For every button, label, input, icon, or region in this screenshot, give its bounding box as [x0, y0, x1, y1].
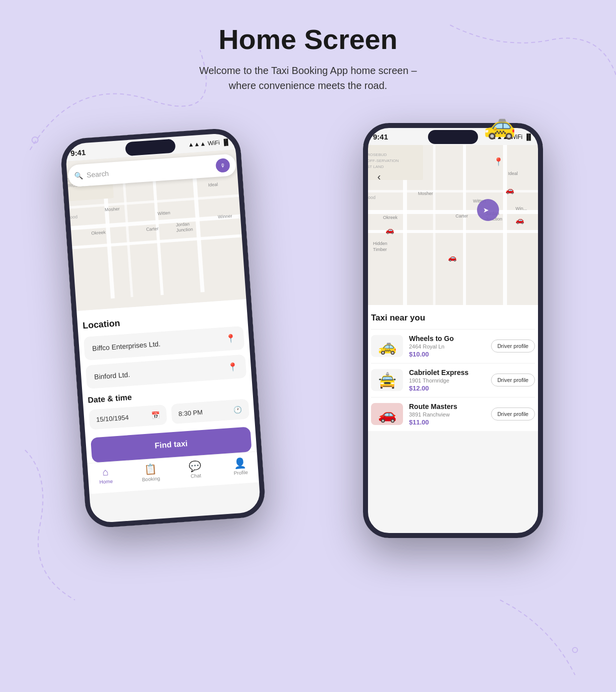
svg-text:🚗: 🚗 [448, 254, 457, 262]
time-value: 8:30 PM [178, 408, 202, 417]
taxi-decoration-emoji: 🚕📍 [484, 110, 516, 170]
taxi-card-1: 🚕 Wheels to Go 2464 Royal Ln $10.00 Driv… [371, 329, 535, 363]
nav-home-label: Home [99, 478, 112, 484]
from-location-icon: 📍 [226, 333, 236, 343]
taxi-name-3: Route Masters [409, 402, 485, 410]
page-subtitle: Welcome to the Taxi Booking App home scr… [0, 63, 616, 93]
date-value: 15/10/1954 [96, 413, 129, 423]
nav-chat-label: Chat [190, 472, 202, 478]
mic-icon: 🎙 [220, 162, 226, 168]
svg-text:Carter: Carter [456, 214, 468, 218]
calendar-icon: 📅 [151, 411, 160, 420]
svg-text:🚗: 🚗 [506, 186, 514, 194]
profile-icon: 👤 [234, 456, 247, 470]
taxi-card-3: 🚗 Route Masters 3891 Ranchview $11.00 Dr… [371, 397, 535, 431]
svg-text:Mosher: Mosher [418, 191, 433, 196]
taxi-price-3: $11.00 [409, 418, 485, 426]
svg-text:Ideal: Ideal [208, 182, 218, 187]
taxi-name-1: Wheels to Go [409, 334, 485, 342]
svg-text:ood: ood [70, 214, 78, 220]
svg-text:Okreek: Okreek [383, 215, 398, 220]
taxi-section-title: Taxi near you [371, 313, 535, 323]
search-placeholder: Search [86, 162, 216, 178]
mic-button[interactable]: 🎙 [216, 158, 230, 173]
svg-text:ST LAND: ST LAND [367, 164, 384, 169]
search-icon: 🔍 [74, 171, 83, 180]
svg-text:Timber: Timber [373, 247, 387, 252]
svg-text:Okreek: Okreek [91, 230, 106, 236]
taxi-info-3: Route Masters 3891 Ranchview $11.00 [409, 402, 485, 426]
nav-booking[interactable]: 📋 Booking [128, 462, 174, 483]
status-time-right: 9:41 [373, 132, 388, 141]
driver-profile-btn-1[interactable]: Driver profile [491, 340, 535, 352]
taxi-address-2: 1901 Thornridge [409, 378, 485, 384]
svg-point-0 [32, 137, 38, 143]
date-time-row: 15/10/1954 📅 8:30 PM 🕐 [88, 398, 250, 430]
status-icons-left: ▲▲▲ WiFi ▐▌ [188, 138, 230, 148]
time-input[interactable]: 8:30 PM 🕐 [171, 398, 250, 424]
svg-point-1 [572, 648, 578, 652]
taxi-address-3: 3891 Ranchview [409, 412, 485, 418]
svg-text:Carter: Carter [146, 226, 159, 232]
dynamic-island-right [428, 130, 478, 144]
to-input[interactable]: Binford Ltd. 📍 [86, 354, 246, 388]
svg-text:Win...: Win... [516, 206, 527, 211]
taxi-card-2: 🚖 Cabriolet Express 1901 Thornridge $12.… [371, 363, 535, 397]
svg-rect-27 [363, 190, 543, 192]
clock-icon: 🕐 [233, 405, 242, 414]
taxi-section: Taxi near you 🚕 Wheels to Go 2464 Royal … [363, 305, 543, 431]
date-input[interactable]: 15/10/1954 📅 [88, 404, 167, 430]
bottom-sheet-left: Location Biffco Enterprises Ltd. 📍 Binfo… [72, 298, 262, 463]
nav-booking-label: Booking [142, 476, 160, 482]
home-icon: ⌂ [102, 466, 109, 478]
from-text: Biffco Enterprises Ltd. [92, 340, 160, 352]
svg-text:🚗: 🚗 [516, 216, 524, 224]
nav-profile-label: Profile [234, 469, 248, 476]
taxi-price-2: $12.00 [409, 384, 485, 392]
svg-text:Ideal: Ideal [508, 171, 518, 176]
taxi-image-3: 🚗 [371, 403, 403, 425]
to-text: Binford Ltd. [94, 370, 130, 380]
svg-text:Winner: Winner [218, 213, 232, 219]
svg-text:🚗: 🚗 [386, 226, 394, 234]
map-left[interactable]: OFF-RESERVATION TRUST LAND Ideal Mosher … [61, 149, 251, 311]
svg-text:ood: ood [368, 195, 376, 200]
svg-rect-8 [122, 167, 133, 297]
svg-rect-25 [463, 145, 466, 305]
svg-text:Witten: Witten [158, 210, 170, 216]
phones-container: 9:41 ▲▲▲ WiFi ▐▌ [58, 113, 558, 563]
taxi-price-1: $10.00 [409, 350, 485, 358]
svg-text:OFF-SERVATION: OFF-SERVATION [367, 158, 399, 163]
svg-text:ROSEBUD: ROSEBUD [367, 152, 387, 157]
svg-text:Hidden: Hidden [373, 241, 388, 246]
left-phone: 9:41 ▲▲▲ WiFi ▐▌ [60, 127, 266, 528]
nav-chat[interactable]: 💬 Chat [172, 458, 218, 480]
page-title: Home Screen [0, 24, 616, 55]
taxi-address-1: 2464 Royal Ln [409, 344, 485, 350]
right-phone: 9:41 ▲▲▲ WiFi ▐▌ [363, 123, 543, 538]
svg-rect-6 [192, 162, 204, 292]
taxi-info-2: Cabriolet Express 1901 Thornridge $12.00 [409, 368, 485, 392]
map-right[interactable]: ROSEBUD OFF-SERVATION ST LAND Ideal Mosh… [363, 145, 543, 305]
from-input[interactable]: Biffco Enterprises Ltd. 📍 [84, 326, 244, 360]
svg-text:Junction: Junction [176, 226, 193, 232]
driver-profile-btn-3[interactable]: Driver profile [491, 408, 535, 420]
driver-profile-btn-2[interactable]: Driver profile [491, 374, 535, 386]
booking-icon: 📋 [144, 462, 157, 476]
chat-icon: 💬 [188, 460, 202, 472]
svg-text:Jordan: Jordan [176, 221, 190, 227]
svg-text:➤: ➤ [483, 206, 489, 214]
nav-profile[interactable]: 👤 Profile [217, 455, 263, 476]
svg-text:Mosher: Mosher [104, 206, 120, 212]
taxi-info-1: Wheels to Go 2464 Royal Ln $10.00 [409, 334, 485, 358]
taxi-name-2: Cabriolet Express [409, 368, 485, 376]
status-time-left: 9:41 [70, 148, 86, 157]
svg-rect-28 [433, 145, 436, 305]
taxi-image-1: 🚕 [371, 335, 403, 357]
back-button[interactable]: ‹ [371, 169, 387, 185]
to-location-icon: 📍 [228, 362, 238, 372]
taxi-image-2: 🚖 [371, 369, 403, 391]
nav-home[interactable]: ⌂ Home [82, 464, 128, 486]
